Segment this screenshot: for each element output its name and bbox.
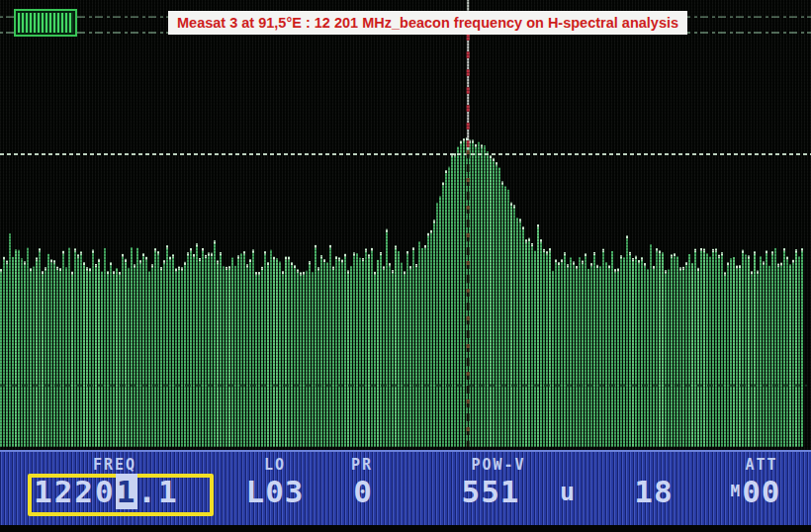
freq-digits-after: .1 [137, 474, 178, 509]
pr-value: 0 [342, 474, 384, 509]
freq-cursor-digit: 1 [116, 474, 138, 509]
pow-v-unit: u [552, 478, 584, 506]
battery-fill [18, 13, 73, 33]
freq-label: FREQ [59, 456, 170, 474]
att-value: M00 [714, 474, 797, 509]
pow-v-label: POW-V [438, 456, 559, 474]
pow-v-value: 551 [445, 474, 536, 509]
title-banner: Measat 3 at 91,5°E : 12 201 MHz_beacon f… [168, 11, 687, 35]
lo-value: L03 [229, 474, 320, 509]
freq-digits-before: 1220 [34, 474, 116, 509]
battery-indicator-icon [14, 9, 77, 37]
pr-label: PR [326, 456, 398, 474]
status-bar: FREQ 12201.1 LO L03 PR 0 POW-V 551 u 18 … [0, 450, 811, 525]
att-prefix: M [731, 482, 741, 500]
page-title: Measat 3 at 91,5°E : 12 201 MHz_beacon f… [177, 15, 678, 31]
spectrum-plot [0, 0, 811, 450]
lo-label: LO [239, 456, 311, 474]
spectrum-analyzer-screen: Measat 3 at 91,5°E : 12 201 MHz_beacon f… [0, 0, 811, 532]
att-digits: 00 [742, 474, 780, 509]
att-label: ATT [726, 456, 797, 474]
level-value: 18 [623, 474, 684, 509]
freq-value[interactable]: 12201.1 [34, 474, 218, 509]
